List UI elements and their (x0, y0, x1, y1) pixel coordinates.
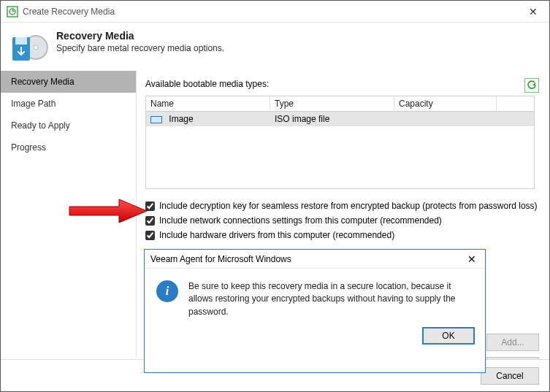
checkbox-network[interactable] (145, 216, 155, 226)
col-name[interactable]: Name (146, 96, 270, 111)
check-hardware-drivers[interactable]: Include hardware drivers from this compu… (145, 230, 539, 240)
wizard-steps-sidebar: Recovery Media Image Path Ready to Apply… (1, 71, 137, 358)
table-row[interactable]: Image ISO image file (146, 112, 534, 126)
checkbox-drivers[interactable] (145, 231, 155, 240)
checkbox-decrypt[interactable] (145, 201, 155, 211)
step-label: Image Path (11, 99, 56, 109)
step-progress[interactable]: Progress (1, 137, 136, 158)
svg-rect-5 (15, 37, 27, 45)
app-icon (7, 6, 18, 18)
page-header: Recovery Media Specify bare metal recove… (1, 23, 549, 71)
dialog-titlebar: Veeam Agent for Microsoft Windows ✕ (145, 250, 485, 269)
iso-icon (150, 116, 162, 123)
info-dialog: Veeam Agent for Microsoft Windows ✕ i Be… (144, 249, 486, 373)
titlebar: Create Recovery Media ✕ (1, 1, 549, 23)
col-type[interactable]: Type (270, 96, 394, 111)
step-recovery-media[interactable]: Recovery Media (1, 71, 136, 93)
window-title: Create Recovery Media (23, 7, 115, 17)
table-header: Name Type Capacity (146, 96, 534, 112)
dialog-message: Be sure to keep this recovery media in a… (188, 280, 466, 318)
cancel-button[interactable]: Cancel (481, 367, 539, 385)
step-label: Progress (11, 142, 46, 153)
row-name: Image (169, 114, 193, 124)
close-button[interactable]: ✕ (517, 1, 549, 23)
check-label: Include decryption key for seamless rest… (159, 201, 538, 211)
check-label: Include hardware drivers from this compu… (159, 230, 394, 240)
page-title: Recovery Media (56, 30, 224, 42)
refresh-icon (527, 80, 537, 91)
col-capacity[interactable]: Capacity (394, 96, 497, 111)
options-checkboxes: Include decryption key for seamless rest… (145, 201, 539, 240)
check-decryption-key[interactable]: Include decryption key for seamless rest… (145, 201, 539, 211)
page-subtitle: Specify bare metal recovery media option… (56, 43, 224, 53)
recovery-media-icon (12, 30, 46, 64)
step-ready-to-apply[interactable]: Ready to Apply (1, 115, 136, 137)
refresh-button[interactable] (524, 78, 539, 93)
add-button[interactable]: Add... (486, 334, 539, 351)
svg-point-3 (34, 45, 38, 50)
ok-button[interactable]: OK (422, 327, 475, 345)
wizard-window: Create Recovery Media ✕ Recovery Media S… (0, 0, 550, 392)
dialog-title: Veeam Agent for Microsoft Windows (150, 254, 291, 264)
step-label: Recovery Media (11, 77, 75, 87)
col-extra (497, 96, 534, 111)
check-label: Include network connections settings fro… (159, 215, 442, 226)
row-type: ISO image file (270, 114, 394, 124)
info-icon: i (156, 280, 178, 302)
step-label: Ready to Apply (11, 120, 70, 131)
step-image-path[interactable]: Image Path (1, 93, 136, 115)
media-table: Name Type Capacity Image ISO image file (145, 96, 535, 189)
dialog-close-button[interactable]: ✕ (465, 253, 479, 265)
media-types-label: Available bootable media types: (145, 79, 269, 89)
check-network-settings[interactable]: Include network connections settings fro… (145, 215, 539, 226)
